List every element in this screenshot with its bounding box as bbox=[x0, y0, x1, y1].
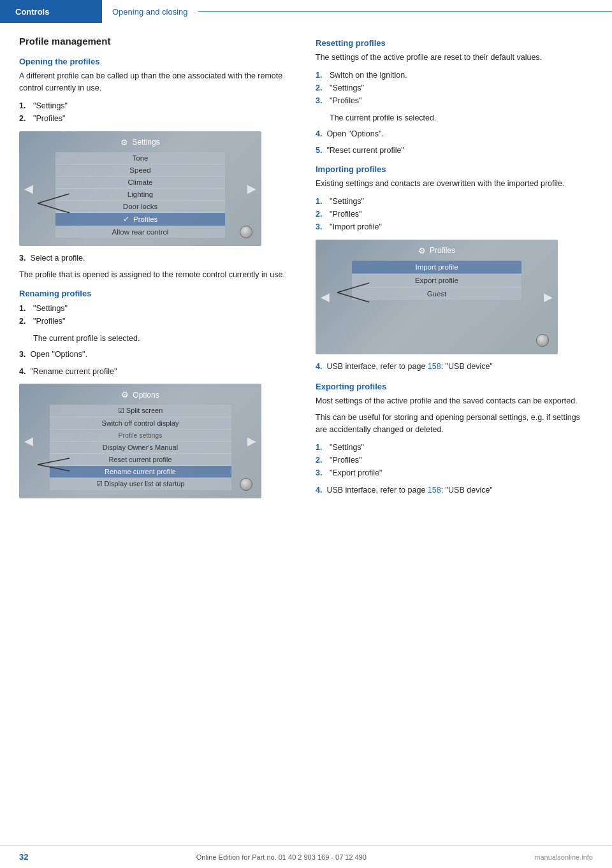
list-item: 2. "Profiles" bbox=[19, 315, 296, 328]
left-column: Profile management Opening the profiles … bbox=[19, 36, 296, 505]
resetting-step4: 4. Open "Options". bbox=[316, 128, 593, 140]
resetting-profiles-indent: The current profile is selected. bbox=[330, 112, 593, 124]
menu-item-splitscreen: ☑ Split screen bbox=[50, 405, 231, 417]
opening-profiles-title: Opening the profiles bbox=[19, 57, 296, 66]
header-divider bbox=[198, 11, 612, 12]
importing-profiles-body: Existing settings and contacts are overw… bbox=[316, 178, 593, 190]
page-title: Profile management bbox=[19, 36, 296, 47]
options-screen-nav-right-icon: ▶ bbox=[247, 434, 256, 448]
main-content: Profile management Opening the profiles … bbox=[0, 23, 612, 517]
right-column: Resetting profiles The settings of the a… bbox=[316, 36, 593, 505]
list-item: 2. "Profiles" bbox=[19, 112, 296, 125]
svg-line-4 bbox=[38, 465, 69, 471]
menu-item-displayowners: Display Owner's Manual bbox=[50, 442, 231, 454]
page-footer: 32 Online Edition for Part no. 01 40 2 9… bbox=[0, 845, 612, 868]
resetting-profiles-steps: 1. Switch on the ignition. 2. "Settings"… bbox=[316, 69, 593, 107]
list-item: 3. "Export profile" bbox=[316, 467, 593, 479]
profiles-screen-image: ⚙ Profiles Import profile Export profile… bbox=[316, 240, 558, 354]
list-item: 1. "Settings" bbox=[19, 99, 296, 112]
list-item: 1. "Settings" bbox=[19, 302, 296, 315]
screen-nav-right-icon: ▶ bbox=[247, 182, 256, 196]
importing-step4: 4. USB interface, refer to page 158: "US… bbox=[316, 361, 593, 373]
gear-icon-options: ⚙ bbox=[121, 390, 129, 400]
list-item: 2. "Profiles" bbox=[316, 454, 593, 467]
settings-title-text: Settings bbox=[132, 138, 159, 147]
options-menu: ☑ Split screen Switch off control displa… bbox=[50, 405, 231, 490]
opening-profiles-steps-1-2: 1. "Settings" 2. "Profiles" bbox=[19, 99, 296, 125]
exporting-page-link[interactable]: 158 bbox=[428, 486, 441, 495]
exporting-profiles-steps: 1. "Settings" 2. "Profiles" 3. "Export p… bbox=[316, 441, 593, 479]
options-title-bar: ⚙ Options bbox=[121, 390, 159, 400]
list-item: 3. "Import profile" bbox=[316, 221, 593, 233]
gear-icon: ⚙ bbox=[120, 138, 128, 147]
step3-open-profile: 3. Select a profile. bbox=[19, 252, 296, 264]
settings-title-bar: ⚙ Settings bbox=[120, 138, 159, 147]
renaming-profiles-indent: The current profile is selected. bbox=[33, 333, 296, 345]
opening-profiles-body: A different profile can be called up tha… bbox=[19, 70, 296, 94]
menu-item-profilesettings: Profile settings bbox=[50, 430, 231, 442]
screen-knob bbox=[240, 226, 252, 238]
list-item: 1. "Settings" bbox=[316, 195, 593, 208]
footer-edition-text: Online Edition for Part no. 01 40 2 903 … bbox=[196, 853, 367, 861]
list-item: 2. "Profiles" bbox=[316, 208, 593, 221]
breadcrumb-text: Opening and closing bbox=[112, 7, 188, 17]
renaming-profiles-title: Renaming profiles bbox=[19, 289, 296, 298]
gear-icon-profiles: ⚙ bbox=[418, 246, 426, 256]
footer-page-number: 32 bbox=[19, 852, 28, 862]
resetting-profiles-title: Resetting profiles bbox=[316, 38, 593, 48]
header-breadcrumb: Opening and closing bbox=[102, 0, 198, 23]
renaming-profiles-steps: 1. "Settings" 2. "Profiles" bbox=[19, 302, 296, 328]
exporting-profiles-title: Exporting profiles bbox=[316, 382, 593, 391]
options-title-text: Options bbox=[133, 391, 159, 400]
header-controls-label: Controls bbox=[0, 0, 102, 23]
profiles-title-text: Profiles bbox=[430, 246, 455, 255]
list-item: 1. "Settings" bbox=[316, 441, 593, 454]
menu-item-speed: Speed bbox=[55, 164, 225, 177]
list-item: 2. "Settings" bbox=[316, 82, 593, 94]
svg-line-6 bbox=[337, 293, 369, 302]
profiles-title-bar: ⚙ Profiles bbox=[418, 246, 455, 256]
bracket-annotation bbox=[31, 191, 82, 216]
opening-profiles-after-text: The profile that is opened is assigned t… bbox=[19, 269, 296, 281]
options-bracket-annotation bbox=[31, 455, 82, 474]
exporting-profiles-body2: This can be useful for storing and openi… bbox=[316, 412, 593, 436]
menu-item-switchoff: Switch off control display bbox=[50, 417, 231, 430]
importing-page-link[interactable]: 158 bbox=[428, 362, 441, 371]
renaming-step4: 4. "Rename current profile" bbox=[19, 366, 296, 378]
page-header: Controls Opening and closing bbox=[0, 0, 612, 23]
svg-line-5 bbox=[337, 283, 369, 293]
settings-screen-image: ⚙ Settings Tone Speed Climate Lighting D… bbox=[19, 131, 261, 246]
exporting-profiles-body1: Most settings of the active profile and … bbox=[316, 395, 593, 407]
controls-text: Controls bbox=[15, 7, 49, 17]
profiles-screen-knob bbox=[536, 334, 549, 347]
menu-item-tone: Tone bbox=[55, 152, 225, 164]
options-screen-nav-left-icon: ◀ bbox=[24, 434, 33, 448]
options-screen-image: ⚙ Options ☑ Split screen Switch off cont… bbox=[19, 384, 261, 498]
footer-logo-text: manualsonline.info bbox=[534, 853, 593, 861]
svg-line-3 bbox=[38, 458, 69, 465]
svg-line-0 bbox=[38, 194, 69, 203]
menu-item-importprofile: Import profile bbox=[352, 261, 521, 274]
svg-line-1 bbox=[38, 203, 69, 213]
menu-item-displayuserlist: ☑ Display user list at startup bbox=[50, 478, 231, 490]
profiles-screen-nav-right-icon: ▶ bbox=[544, 290, 553, 304]
list-item: 1. Switch on the ignition. bbox=[316, 69, 593, 82]
profiles-bracket-annotation bbox=[328, 280, 379, 305]
exporting-step4: 4. USB interface, refer to page 158: "US… bbox=[316, 484, 593, 496]
menu-item-allowrear: Allow rear control bbox=[55, 226, 225, 238]
options-screen-inner: ⚙ Options ☑ Split screen Switch off cont… bbox=[19, 384, 261, 498]
list-item: 3. "Profiles" bbox=[316, 94, 593, 107]
settings-screen-inner: ⚙ Settings Tone Speed Climate Lighting D… bbox=[19, 131, 261, 246]
importing-profiles-steps: 1. "Settings" 2. "Profiles" 3. "Import p… bbox=[316, 195, 593, 233]
menu-item-climate: Climate bbox=[55, 177, 225, 189]
importing-profiles-title: Importing profiles bbox=[316, 164, 593, 174]
renaming-step3: 3. Open "Options". bbox=[19, 349, 296, 361]
resetting-profiles-body: The settings of the active profile are r… bbox=[316, 52, 593, 64]
resetting-step5: 5. "Reset current profile" bbox=[316, 145, 593, 157]
